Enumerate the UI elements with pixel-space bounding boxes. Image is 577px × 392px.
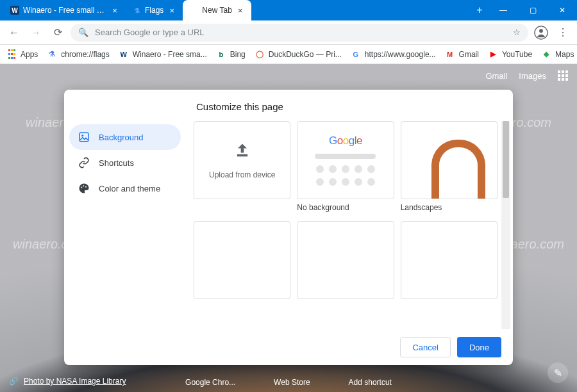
background-tile — [401, 221, 498, 299]
maximize-button[interactable]: ▢ — [518, 0, 548, 20]
link-icon: 🔗 — [9, 377, 19, 386]
tab-0[interactable]: WWinaero - Free small and useful s× — [4, 0, 126, 20]
tile-caption — [194, 203, 290, 213]
background-image-tile[interactable] — [194, 221, 290, 299]
tab-strip: WWinaero - Free small and useful s×⚗Flag… — [0, 0, 471, 20]
tab-favicon: ⚗ — [132, 6, 141, 15]
background-tile — [194, 221, 290, 299]
bookmark-favicon: b — [216, 49, 226, 60]
minimize-button[interactable]: — — [489, 0, 518, 20]
google-apps-icon[interactable] — [558, 70, 568, 81]
dialog-title: Customize this page — [194, 101, 510, 112]
tab-1[interactable]: ⚗Flags× — [126, 0, 183, 20]
profile-button[interactable] — [532, 24, 550, 42]
tab-close-icon[interactable]: × — [110, 6, 119, 15]
tab-close-icon[interactable]: × — [167, 6, 176, 15]
palette-icon — [78, 183, 90, 194]
ntp-shortcut-label[interactable]: Google Chro... — [185, 378, 235, 387]
forward-button[interactable]: → — [27, 24, 45, 42]
background-image-tile[interactable] — [401, 221, 498, 299]
scrollbar-thumb[interactable] — [503, 121, 509, 198]
background-tile: Upload from device — [194, 121, 290, 213]
tab-favicon — [189, 6, 198, 15]
search-bar-preview — [315, 154, 376, 159]
bookmark-item[interactable]: ◆Maps — [541, 49, 574, 60]
bookmark-item[interactable]: ◯DuckDuckGo — Pri... — [255, 49, 342, 60]
gmail-link[interactable]: Gmail — [485, 71, 507, 81]
background-tile: Landscapes — [401, 121, 498, 213]
ntp-shortcut-label[interactable]: Add shortcut — [349, 378, 392, 387]
bookmark-favicon: W — [119, 49, 129, 60]
sidebar-item-label: Color and theme — [99, 184, 160, 193]
background-image-tile[interactable] — [401, 121, 498, 199]
dialog-footer: Cancel Done — [64, 329, 513, 365]
upload-icon — [233, 142, 251, 164]
apps-icon — [6, 49, 17, 60]
bookmark-favicon: ⚗ — [47, 49, 57, 60]
bookmark-item[interactable]: ⚗chrome://flags — [47, 49, 109, 60]
image-icon — [78, 131, 90, 143]
apps-button[interactable]: Apps — [6, 49, 38, 60]
reload-button[interactable]: ⟳ — [49, 24, 67, 42]
titlebar: WWinaero - Free small and useful s×⚗Flag… — [0, 0, 577, 20]
svg-point-1 — [539, 29, 543, 33]
back-button[interactable]: ← — [5, 24, 23, 42]
link-icon — [78, 157, 90, 168]
omnibox[interactable]: 🔍 Search Google or type a URL ☆ — [71, 24, 528, 42]
omnibox-placeholder: Search Google or type a URL — [95, 28, 205, 37]
tile-caption: Landscapes — [401, 203, 498, 213]
bookmark-item[interactable]: bBing — [216, 49, 246, 60]
sidebar-item-shortcuts[interactable]: Shortcuts — [69, 150, 181, 176]
tab-favicon: W — [10, 6, 19, 15]
bookmark-favicon: ▶ — [488, 49, 498, 60]
bookmark-item[interactable]: Ghttps://www.google... — [351, 49, 436, 60]
ntp-content: Gmail Images Google Chro...Web StoreAdd … — [0, 64, 577, 392]
svg-rect-2 — [79, 133, 88, 142]
shortcut-dots — [316, 165, 375, 186]
bookmark-label: https://www.google... — [365, 50, 436, 59]
bookmark-item[interactable]: MGmail — [445, 49, 479, 60]
tab-close-icon[interactable]: × — [236, 6, 245, 15]
sidebar-item-label: Shortcuts — [99, 158, 134, 168]
tab-label: Flags — [145, 6, 163, 15]
bookmark-favicon: M — [445, 49, 455, 60]
sidebar-item-label: Background — [99, 133, 143, 142]
new-tab-button[interactable]: + — [471, 0, 489, 20]
background-tile — [297, 221, 394, 299]
close-window-button[interactable]: ✕ — [548, 0, 577, 20]
bookmark-label: DuckDuckGo — Pri... — [269, 50, 342, 59]
bookmark-label: chrome://flags — [61, 50, 109, 59]
bookmarks-bar: Apps ⚗chrome://flagsWWinaero - Free sma.… — [0, 45, 577, 64]
sidebar-item-color-and-theme[interactable]: Color and theme — [69, 176, 181, 201]
google-logo: Google — [329, 135, 362, 147]
done-button[interactable]: Done — [457, 337, 501, 357]
bookmark-label: Gmail — [459, 50, 479, 59]
ntp-top-links: Gmail Images — [485, 70, 568, 81]
svg-point-3 — [81, 135, 83, 136]
apps-label: Apps — [21, 50, 38, 59]
svg-rect-7 — [237, 154, 247, 156]
cancel-button[interactable]: Cancel — [400, 337, 450, 357]
tab-label: Winaero - Free small and useful s — [23, 6, 106, 15]
bookmark-label: Maps — [555, 50, 574, 59]
attribution-link[interactable]: Photo by NASA Image Library — [24, 377, 126, 386]
dialog-scrollbar[interactable] — [501, 121, 510, 329]
svg-point-5 — [83, 185, 84, 186]
background-image-tile[interactable] — [297, 221, 394, 299]
menu-button[interactable]: ⋮ — [554, 24, 572, 42]
customize-button[interactable]: ✎ — [548, 363, 568, 383]
customize-dialog: BackgroundShortcutsColor and theme Custo… — [64, 90, 513, 365]
sidebar-item-background[interactable]: Background — [69, 124, 181, 150]
tab-2[interactable]: New Tab× — [183, 0, 251, 20]
ntp-shortcut-label[interactable]: Web Store — [274, 378, 310, 387]
bookmark-favicon: G — [351, 49, 361, 60]
star-icon[interactable]: ☆ — [513, 28, 521, 37]
bookmark-item[interactable]: WWinaero - Free sma... — [119, 49, 207, 60]
background-tile: GoogleNo background — [297, 121, 394, 213]
bookmark-item[interactable]: ▶YouTube — [488, 49, 532, 60]
upload-label: Upload from device — [209, 170, 275, 179]
no-background-tile[interactable]: Google — [297, 121, 394, 199]
images-link[interactable]: Images — [519, 71, 546, 81]
dialog-sidebar: BackgroundShortcutsColor and theme — [64, 90, 186, 329]
upload-tile[interactable]: Upload from device — [194, 121, 290, 199]
